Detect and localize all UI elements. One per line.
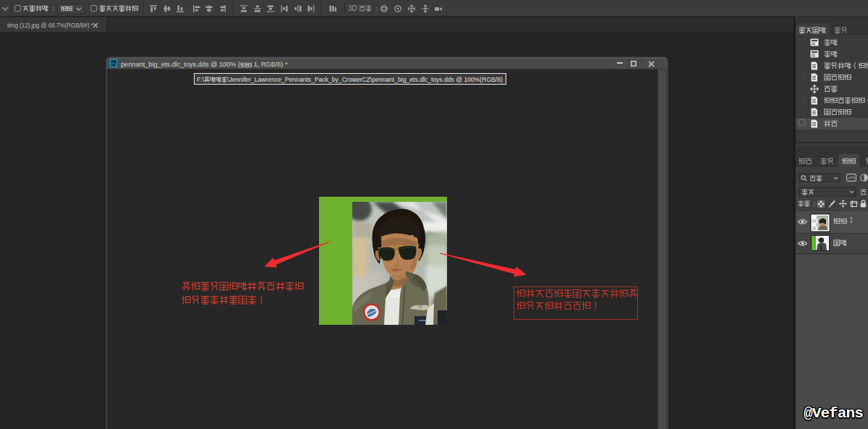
svg-text:Ps: Ps [111, 61, 116, 66]
